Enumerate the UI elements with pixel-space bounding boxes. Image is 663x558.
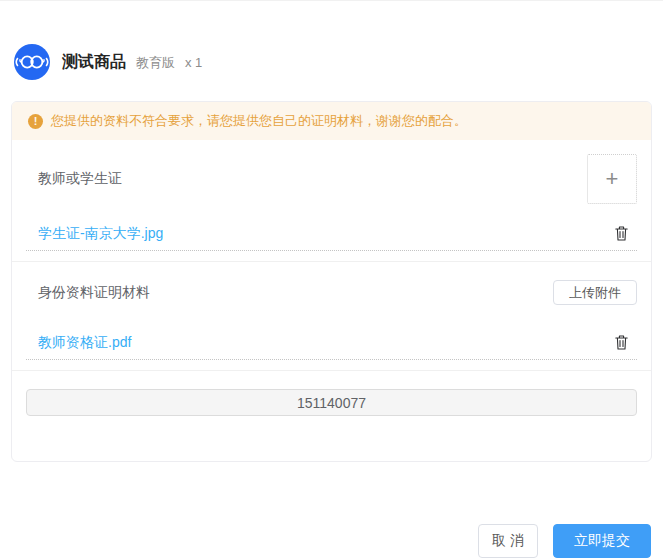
field-label-identity-proof: 身份资料证明材料	[26, 284, 150, 302]
product-title: 测试商品	[62, 52, 126, 73]
trash-icon	[615, 226, 628, 241]
section-teacher-student-id: 教师或学生证 + 学生证-南京大学.jpg	[12, 140, 651, 262]
product-edition: 教育版	[136, 54, 175, 72]
delete-file-button[interactable]	[611, 224, 632, 243]
warning-alert-text: 您提供的资料不符合要求，请您提供您自己的证明材料，谢谢您的配合。	[51, 112, 467, 130]
upload-row: 教师或学生证 +	[26, 140, 637, 214]
field-label-teacher-student-id: 教师或学生证	[26, 170, 122, 188]
footer-actions: 取 消 立即提交	[0, 524, 663, 558]
section-account-number	[12, 371, 651, 461]
file-link-teacher-cert[interactable]: 教师资格证.pdf	[26, 334, 131, 352]
file-row: 教师资格证.pdf	[26, 323, 637, 360]
add-file-button[interactable]: +	[587, 154, 637, 204]
file-row: 学生证-南京大学.jpg	[26, 214, 637, 251]
section-identity-proof: 身份资料证明材料 上传附件 教师资格证.pdf	[12, 262, 651, 371]
plus-icon: +	[606, 166, 619, 192]
upload-attachment-button[interactable]: 上传附件	[553, 280, 637, 305]
trash-icon	[615, 335, 628, 350]
order-detail-card: ! 您提供的资料不符合要求，请您提供您自己的证明材料，谢谢您的配合。 教师或学生…	[11, 101, 652, 462]
app-logo-icon	[13, 43, 51, 81]
delete-file-button[interactable]	[611, 333, 632, 352]
product-header: 测试商品 教育版 x 1	[13, 43, 649, 81]
cancel-button[interactable]: 取 消	[478, 524, 538, 558]
product-quantity: x 1	[185, 55, 202, 70]
exclamation-circle-icon: !	[28, 114, 43, 129]
upload-row: 身份资料证明材料 上传附件	[26, 262, 637, 323]
warning-alert: ! 您提供的资料不符合要求，请您提供您自己的证明材料，谢谢您的配合。	[12, 102, 651, 140]
submit-button[interactable]: 立即提交	[553, 524, 651, 558]
file-link-student-id[interactable]: 学生证-南京大学.jpg	[26, 225, 163, 243]
account-number-input[interactable]	[26, 389, 637, 416]
